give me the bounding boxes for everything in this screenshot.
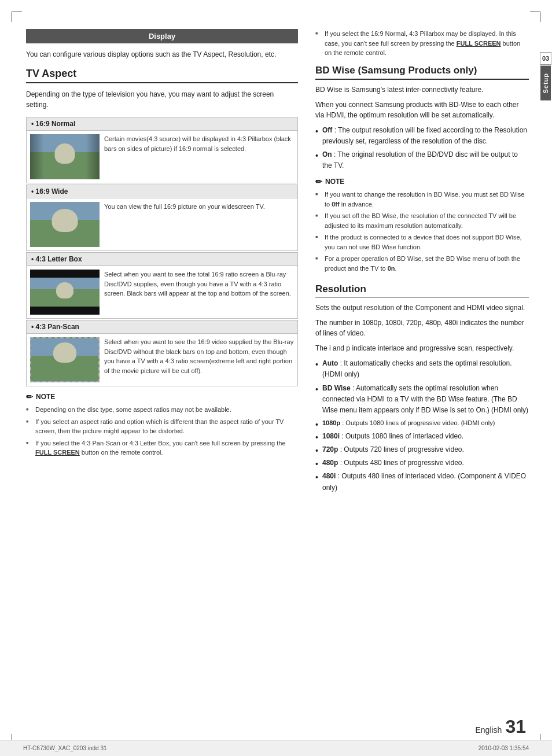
resolution-intro3: The i and p indicate interlace and progr…: [315, 343, 529, 353]
aspect-item-body-169-normal: Certain movies(4:3 source) will be displ…: [27, 131, 297, 183]
aspect-item-header-43-letterbox: • 4:3 Letter Box: [27, 253, 297, 266]
pencil-icon: ✏: [26, 392, 33, 401]
bd-wise-heading: BD Wise (Samsung Products only): [315, 65, 529, 80]
left-note-label: NOTE: [36, 393, 55, 401]
bd-wise-note-0: If you want to change the resolution in …: [315, 190, 529, 209]
pencil-icon-2: ✏: [315, 177, 322, 186]
side-tab-label: Setup: [540, 66, 551, 101]
tv-aspect-heading: TV Aspect: [26, 68, 298, 83]
aspect-item-43-letterbox: • 4:3 Letter Box Select when you want to…: [26, 252, 298, 319]
bd-wise-intro1: BD Wise is Samsung's latest inter-connec…: [315, 84, 529, 95]
aspect-item-header-43-panscan: • 4:3 Pan-Scan: [27, 320, 297, 334]
aspect-item-43-panscan: • 4:3 Pan-Scan Select when you want to s…: [26, 320, 298, 386]
resolution-bullet-1080p: 1080p : Outputs 1080 lines of progressiv…: [315, 418, 529, 429]
right-top-note-item: If you select the 16:9 Normal, 4:3 Pilla…: [315, 29, 529, 58]
bd-wise-off-term: Off: [322, 126, 332, 134]
resolution-bullet-auto: Auto : It automatically checks and sets …: [315, 358, 529, 380]
bd-wise-on-term: On: [322, 150, 332, 158]
aspect-desc-169-wide: You can view the full 16:9 picture on yo…: [104, 202, 294, 247]
display-intro: You can configure various display option…: [26, 49, 298, 60]
bd-wise-bullet-off: Off : The output resolution will be fixe…: [315, 125, 529, 147]
english-label: English: [475, 725, 502, 735]
bd-wise-bullet-on: On : The original resolution of the BD/D…: [315, 149, 529, 171]
main-content: Display You can configure various displa…: [0, 17, 552, 511]
bd-wise-note-list: If you want to change the resolution in …: [315, 190, 529, 273]
aspect-desc-43-letterbox: Select when you want to see the total 16…: [104, 270, 294, 315]
page-wrapper: 03 Setup Display You can configure vario…: [0, 0, 552, 756]
aspect-image-169-normal: [30, 134, 100, 179]
resolution-bullet-480i: 480i : Outputs 480 lines of interlaced v…: [315, 471, 529, 493]
left-note-section: ✏ NOTE Depending on the disc type, some …: [26, 392, 298, 458]
aspect-item-body-43-letterbox: Select when you want to see the total 16…: [27, 266, 297, 318]
bd-wise-off-text: : The output resolution will be fixed ac…: [322, 126, 527, 145]
corner-mark-tl: [12, 12, 22, 22]
aspect-item-body-169-wide: You can view the full 16:9 picture on yo…: [27, 198, 297, 250]
left-note-header: ✏ NOTE: [26, 392, 298, 401]
corner-mark-tr: [530, 12, 540, 22]
aspect-item-169-normal: • 16:9 Normal Certain movies(4:3 source)…: [26, 117, 298, 183]
right-top-note: If you select the 16:9 Normal, 4:3 Pilla…: [315, 29, 529, 58]
full-screen-bold-right: FULL SCREEN: [457, 40, 501, 47]
aspect-item-169-wide: • 16:9 Wide You can view the full 16:9 p…: [26, 185, 298, 251]
left-note-item-2: If you select the 4:3 Pan-Scan or 4:3 Le…: [26, 438, 298, 458]
side-tab-number: 03: [540, 52, 551, 65]
bd-wise-note-label: NOTE: [325, 178, 344, 186]
bd-wise-on-text: : The original resolution of the BD/DVD …: [322, 150, 518, 169]
aspect-item-header-169-wide: • 16:9 Wide: [27, 185, 297, 198]
left-column: Display You can configure various displa…: [26, 29, 298, 499]
aspect-image-43-panscan: [30, 337, 100, 382]
bd-wise-note-2: If the product is connected to a device …: [315, 233, 529, 252]
right-top-note-list: If you select the 16:9 Normal, 4:3 Pilla…: [315, 29, 529, 58]
aspect-item-header-169-normal: • 16:9 Normal: [27, 117, 297, 131]
file-info: HT-C6730W_XAC_0203.indd 31: [23, 745, 107, 751]
side-tab: 03 Setup: [539, 52, 552, 101]
aspect-desc-169-normal: Certain movies(4:3 source) will be displ…: [104, 134, 294, 179]
resolution-bullet-1080i: 1080i : Outputs 1080 lines of interlaced…: [315, 431, 529, 442]
display-header: Display: [26, 29, 298, 43]
resolution-bullet-720p: 720p : Outputs 720 lines of progressive …: [315, 444, 529, 455]
left-note-item-0: Depending on the disc type, some aspect …: [26, 405, 298, 415]
resolution-intro2: The number in 1080p, 1080i, 720p, 480p, …: [315, 318, 529, 338]
full-screen-bold: FULL SCREEN: [35, 449, 80, 456]
bd-wise-note-3: For a proper operation of BD Wise, set t…: [315, 254, 529, 273]
right-column: If you select the 16:9 Normal, 4:3 Pilla…: [310, 29, 529, 499]
aspect-item-body-43-panscan: Select when you want to see the 16:9 vid…: [27, 334, 297, 386]
bd-wise-intro2: When you connect Samsung products with B…: [315, 99, 529, 120]
aspect-desc-43-panscan: Select when you want to see the 16:9 vid…: [104, 337, 294, 382]
page-number-area: English 31: [475, 717, 526, 736]
resolution-intro1: Sets the output resolution of the Compon…: [315, 303, 529, 313]
resolution-bullet-480p: 480p : Outputs 480 lines of progressive …: [315, 458, 529, 469]
bd-wise-note-header: ✏ NOTE: [315, 177, 529, 186]
resolution-bullet-list: Auto : It automatically checks and sets …: [315, 358, 529, 493]
bd-wise-note-1: If you set off the BD Wise, the resoluti…: [315, 211, 529, 230]
bd-wise-bullet-list: Off : The output resolution will be fixe…: [315, 125, 529, 172]
aspect-image-43-letterbox: [30, 270, 100, 315]
page-number: 31: [505, 717, 526, 736]
bd-wise-note-section: ✏ NOTE If you want to change the resolut…: [315, 177, 529, 273]
bottom-bar: HT-C6730W_XAC_0203.indd 31 2010-02-03 1:…: [0, 740, 552, 756]
left-note-list: Depending on the disc type, some aspect …: [26, 405, 298, 458]
left-note-item-1: If you select an aspect ratio and option…: [26, 417, 298, 436]
resolution-bullet-bdwise: BD Wise : Automatically sets the optimal…: [315, 383, 529, 416]
resolution-heading: Resolution: [315, 283, 529, 298]
date-info: 2010-02-03 1:35:54: [479, 745, 529, 751]
aspect-image-169-wide: [30, 202, 100, 247]
tv-aspect-intro: Depending on the type of television you …: [26, 89, 298, 110]
